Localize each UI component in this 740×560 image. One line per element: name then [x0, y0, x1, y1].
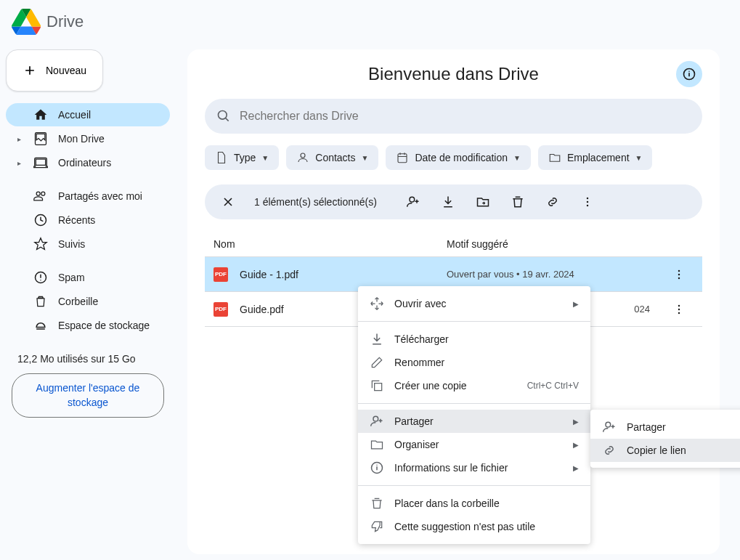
sidebar-item-label: Corbeille — [58, 296, 98, 307]
person-add-icon — [370, 414, 384, 429]
chip-location[interactable]: Emplacement ▼ — [538, 145, 653, 170]
search-bar[interactable] — [205, 99, 702, 134]
file-name: Guide - 1.pdf — [240, 269, 447, 280]
shortcut-text: Ctrl+C Ctrl+V — [527, 381, 579, 391]
sidebar-item-label: Espace de stockage — [58, 320, 150, 331]
menu-download[interactable]: Télécharger — [358, 328, 590, 351]
submenu-share[interactable]: Partager — [590, 415, 740, 439]
svg-point-12 — [678, 277, 680, 279]
svg-rect-5 — [398, 154, 407, 163]
person-icon — [296, 151, 309, 164]
submenu-copy-link[interactable]: Copier le lien — [590, 439, 740, 462]
upgrade-storage-button[interactable]: Augmenter l'espace de stockage — [12, 373, 164, 418]
menu-organize[interactable]: Organiser ▶ — [358, 433, 590, 456]
sidebar-item-label: Accueil — [58, 109, 91, 121]
chip-type[interactable]: Type ▼ — [205, 145, 279, 170]
deselect-button[interactable] — [214, 187, 243, 216]
pdf-icon: PDF — [214, 267, 228, 282]
move-button[interactable] — [468, 187, 497, 216]
thumbs-down-icon — [370, 519, 384, 534]
expand-icon[interactable]: ▸ — [17, 159, 23, 167]
person-add-icon — [406, 195, 420, 209]
share-button[interactable] — [399, 187, 428, 216]
more-vert-icon — [672, 302, 686, 317]
topbar: Drive — [0, 0, 740, 44]
move-folder-icon — [476, 195, 490, 209]
chip-modified[interactable]: Date de modification ▼ — [386, 145, 531, 170]
home-icon — [33, 107, 48, 122]
menu-share[interactable]: Partager ▶ — [358, 410, 590, 433]
link-icon — [602, 443, 617, 458]
column-name[interactable]: Nom — [214, 238, 447, 250]
sidebar-item-shared[interactable]: Partagés avec moi — [6, 184, 170, 208]
delete-button[interactable] — [503, 187, 532, 216]
svg-point-19 — [606, 422, 611, 427]
menu-open-with[interactable]: Ouvrir avec ▶ — [358, 292, 590, 315]
calendar-icon — [396, 151, 409, 164]
sidebar-item-trash[interactable]: Corbeille — [6, 290, 170, 313]
sidebar-item-label: Suivis — [58, 238, 85, 250]
svg-point-4 — [301, 153, 305, 158]
trash-icon — [370, 496, 384, 511]
column-reason[interactable]: Motif suggéré — [447, 238, 664, 250]
sidebar-item-mydrive[interactable]: ▸ Mon Drive — [6, 127, 170, 150]
sidebar: Nouveau Accueil ▸ Mon Drive ▸ Ordinateur… — [0, 44, 182, 560]
menu-not-useful[interactable]: Cette suggestion n'est pas utile — [358, 515, 590, 538]
svg-point-8 — [587, 201, 589, 203]
svg-point-14 — [678, 308, 680, 310]
context-menu: Ouvrir avec ▶ Télécharger Renommer Créer… — [358, 286, 590, 544]
drive-logo-icon — [12, 7, 41, 36]
chevron-down-icon: ▼ — [513, 154, 521, 162]
recent-icon — [33, 213, 48, 227]
svg-point-6 — [410, 197, 415, 202]
sidebar-item-computers[interactable]: ▸ Ordinateurs — [6, 151, 170, 174]
sidebar-item-label: Récents — [58, 214, 95, 226]
more-vert-icon — [672, 267, 686, 282]
menu-trash[interactable]: Placer dans la corbeille — [358, 492, 590, 515]
trash-icon — [511, 195, 525, 209]
svg-point-3 — [219, 111, 227, 120]
svg-point-7 — [587, 198, 589, 200]
trash-icon — [33, 294, 48, 309]
svg-point-10 — [678, 269, 680, 272]
search-input[interactable] — [231, 110, 691, 123]
chevron-down-icon: ▼ — [261, 154, 269, 162]
sidebar-item-recent[interactable]: Récents — [6, 208, 170, 232]
info-icon — [370, 460, 384, 475]
download-button[interactable] — [434, 187, 463, 216]
share-submenu: Partager Copier le lien — [590, 410, 740, 468]
row-more-button[interactable] — [664, 260, 694, 289]
right-panel — [725, 44, 740, 560]
logo[interactable]: Drive — [12, 7, 84, 36]
svg-rect-16 — [375, 384, 382, 391]
link-icon — [545, 195, 560, 209]
menu-copy[interactable]: Créer une copie Ctrl+C Ctrl+V — [358, 374, 590, 397]
expand-icon[interactable]: ▸ — [17, 135, 23, 143]
row-more-button[interactable] — [664, 295, 694, 324]
info-button[interactable] — [676, 61, 702, 87]
svg-point-13 — [678, 304, 680, 307]
selection-toolbar: 1 élément(s) sélectionné(s) — [205, 184, 702, 219]
file-icon — [215, 151, 228, 164]
copy-icon — [370, 378, 384, 393]
new-button[interactable]: Nouveau — [6, 49, 103, 92]
link-button[interactable] — [538, 187, 567, 216]
download-icon — [441, 195, 455, 209]
chevron-down-icon: ▼ — [635, 154, 643, 162]
more-button[interactable] — [573, 187, 602, 216]
sidebar-item-label: Mon Drive — [58, 133, 105, 145]
more-vert-icon — [580, 195, 595, 209]
search-icon — [216, 109, 231, 123]
menu-rename[interactable]: Renommer — [358, 351, 590, 374]
chevron-right-icon: ▶ — [573, 300, 579, 308]
chip-contacts[interactable]: Contacts ▼ — [286, 145, 378, 170]
sidebar-item-spam[interactable]: Spam — [6, 266, 170, 289]
new-button-label: Nouveau — [46, 65, 86, 76]
menu-file-info[interactable]: Informations sur le fichier ▶ — [358, 456, 590, 479]
sidebar-item-home[interactable]: Accueil — [6, 103, 170, 126]
rename-icon — [370, 355, 384, 370]
filter-chips: Type ▼ Contacts ▼ Date de modification ▼… — [205, 145, 702, 170]
page-title: Bienvenue dans Drive — [231, 64, 676, 84]
sidebar-item-storage[interactable]: Espace de stockage — [6, 314, 170, 337]
sidebar-item-starred[interactable]: Suivis — [6, 232, 170, 256]
